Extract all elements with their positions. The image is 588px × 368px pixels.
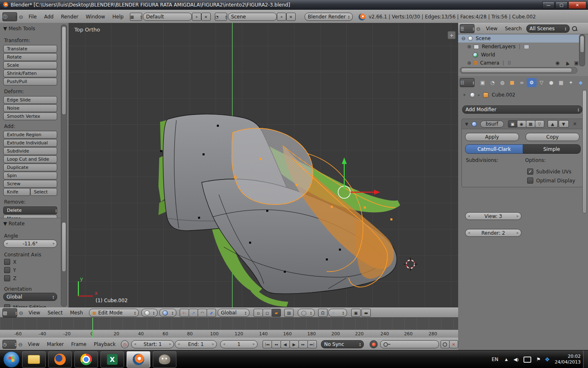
collapse-menus-icon[interactable]: ⊖ [18,341,22,348]
subdivisions-view-slider[interactable]: ◂View: 3▸ [465,212,521,220]
loop-cut-button[interactable]: Loop Cut and Slide [3,155,57,163]
tab-render[interactable]: ▣ [478,78,488,87]
scrollbar-thumb[interactable] [582,90,587,213]
timeline-track[interactable] [0,317,458,330]
screen-layout-delete-button[interactable]: ✕ [201,13,211,21]
search-icon[interactable] [572,26,577,31]
minimize-button[interactable]: — [542,1,555,9]
menu-tl-frame[interactable]: Frame [67,339,90,349]
collapse-menus-icon[interactable]: ⊖ [19,14,23,20]
smooth-vertex-button[interactable]: Smooth Vertex [3,112,57,120]
tab-scene[interactable]: ◔ [488,78,497,87]
noise-button[interactable]: Noise [3,104,57,112]
tab-world[interactable]: ◍ [497,78,507,87]
snap-toggle-button[interactable]: Ω [318,309,327,317]
subdivide-uvs-checkbox[interactable]: ✓ Subdivide UVs [527,168,571,175]
action-center-flag-icon[interactable]: ⚑ [536,357,541,362]
extrude-region-button[interactable]: Extrude Region [3,131,57,139]
outliner-hscrollbar[interactable] [460,67,577,74]
taskbar-excel-button[interactable]: X [100,351,124,368]
sync-mode-select[interactable]: No Sync ▴▾ [321,340,364,348]
scene-add-button[interactable]: ＋ [277,13,286,21]
outliner-display-filter-select[interactable]: All Scenes ▴▾ [526,25,570,33]
editor-type-timeline-button[interactable]: ◷ ▴▾ [2,340,16,349]
volume-icon[interactable]: ◀) [514,357,519,362]
maximize-button[interactable]: ▢ [555,1,568,9]
outliner-item-camera[interactable]: ⊕ ◘ Camera | ◘ ◉ ▲ ▣ [458,59,581,67]
manipulator-translate-button[interactable]: ↗ [189,309,198,317]
clock[interactable]: 20:02 24/04/2013 [555,354,581,365]
duplicate-button[interactable]: Duplicate [3,164,57,171]
tab-particles[interactable]: ✦ [566,78,576,87]
viewport-shading-select[interactable]: ▴▾ [141,309,158,317]
spin-button[interactable]: Spin [3,172,57,180]
tray-expand-icon[interactable]: ▲ [505,357,508,361]
pivot-point-select[interactable]: ▴▾ [159,309,176,317]
vertex-select-mode-button[interactable]: ▫ [254,309,263,317]
opengl-render-image-button[interactable]: ▣ [351,309,361,317]
subsurf-type-simple-button[interactable]: Simple [523,144,581,154]
orientation-select[interactable]: Global ▴▾ [3,293,57,301]
menu-window[interactable]: Window [82,12,109,22]
subdivide-button[interactable]: Subdivide [3,147,57,155]
modifier-view-toggle[interactable]: ◉ [517,120,526,128]
modifier-editmode-toggle[interactable]: ▩ [526,120,535,128]
tab-constraints[interactable]: ∞ [517,78,527,87]
editor-type-properties-button[interactable]: ☷ ▴▾ [460,78,474,87]
renderability-camera-icon[interactable]: ▣ [574,60,579,66]
move-modifier-down-button[interactable]: ▼ [559,120,569,128]
snap-element-select[interactable]: ⁘▴▾ [328,309,347,317]
close-button[interactable]: ✕ [568,1,586,9]
menu-tl-marker[interactable]: Marker [43,339,67,349]
translate-button[interactable]: Translate [3,45,57,53]
open-properties-region-button[interactable]: + [448,31,456,39]
current-frame-indicator[interactable] [92,318,93,338]
manipulator-rotate-button[interactable]: ◠ [198,309,207,317]
face-select-mode-button[interactable]: ▰ [272,309,281,317]
3d-viewport[interactable]: y x Top Ortho (1) Cube.002 + [69,23,458,307]
taskbar-gimp-button[interactable] [153,351,176,368]
mesh-tools-panel-header[interactable]: ▼ Mesh Tools [3,26,35,31]
menu-outliner-view[interactable]: View [482,24,501,34]
scrollbar-thumb[interactable] [461,68,572,73]
modifier-name-field[interactable]: bsurf [480,121,504,128]
menu-tl-playback[interactable]: Playback [90,339,120,349]
screen-layout-icon-button[interactable]: ▦▴▾ [130,13,142,21]
previous-keyframe-button[interactable]: ◂◂ [272,340,281,348]
jump-to-end-button[interactable]: ▸▸| [307,340,317,348]
copy-button[interactable]: Copy [526,133,579,141]
add-modifier-select[interactable]: Add Modifier ▴▾ [462,105,582,114]
taskbar-firefox-button[interactable] [48,351,72,368]
expand-icon[interactable]: ⊕ [467,60,471,66]
menu-add[interactable]: Add [40,12,57,22]
modifier-cage-toggle[interactable]: ▽ [535,120,544,128]
panel-expand-icon[interactable]: ▼ [465,122,468,126]
scrollbar-thumb[interactable] [62,222,66,272]
tab-material[interactable]: ● [546,78,556,87]
collapse-menus-icon[interactable]: ⊖ [476,26,481,32]
tab-texture[interactable]: ▦ [556,78,566,87]
menu-help[interactable]: Help [109,12,127,22]
preview-range-clock-button[interactable]: ◷ [121,340,129,348]
scale-button[interactable]: Scale [3,61,57,69]
manipulator-axes-button[interactable]: ⊢ [180,309,189,317]
editor-type-outliner-button[interactable]: ☰ ▴▾ [460,24,474,33]
move-modifier-up-button[interactable]: ▲ [548,120,558,128]
dropbox-icon[interactable]: ❖ [545,356,550,363]
insert-keyframe-button[interactable] [441,340,450,348]
scene-delete-button[interactable]: ✕ [286,13,296,21]
constraint-x-checkbox[interactable]: X [4,259,16,265]
show-desktop-button[interactable] [583,350,588,368]
menu-select[interactable]: Select [44,308,66,318]
shrink-fatten-button[interactable]: Shrink/Fatten [3,70,57,77]
delete-keyframe-button[interactable]: ✕ [449,340,458,348]
auto-keyframe-record-button[interactable] [370,340,378,348]
optimal-display-checkbox[interactable]: Optimal Display [527,177,575,184]
screen-layout-add-button[interactable]: ＋ [192,13,201,21]
menu-view[interactable]: View [25,308,44,318]
language-indicator[interactable]: EN [492,357,499,362]
constraint-y-checkbox[interactable]: Y [4,267,16,273]
render-engine-select[interactable]: Blender Render ▴▾ [305,13,353,21]
subdivisions-render-slider[interactable]: ◂Render: 2▸ [465,229,521,237]
rotate-button[interactable]: Rotate [3,53,57,61]
